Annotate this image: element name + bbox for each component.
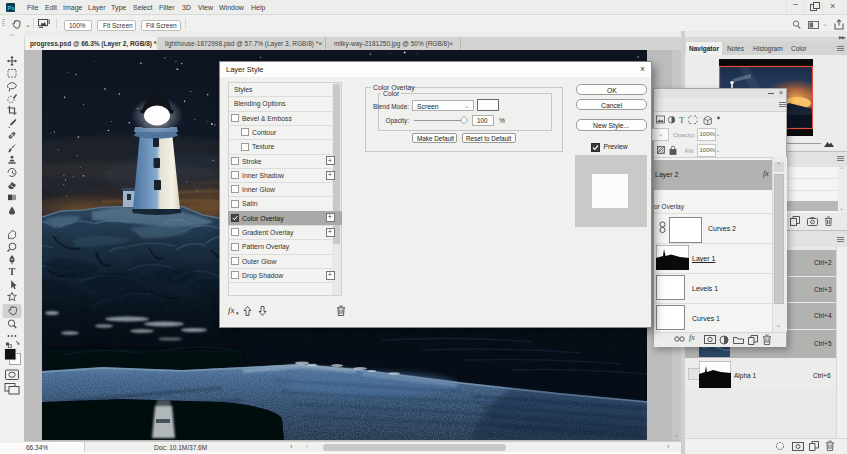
svg-text:T: T: [9, 266, 16, 277]
svg-text:T: T: [679, 115, 685, 125]
